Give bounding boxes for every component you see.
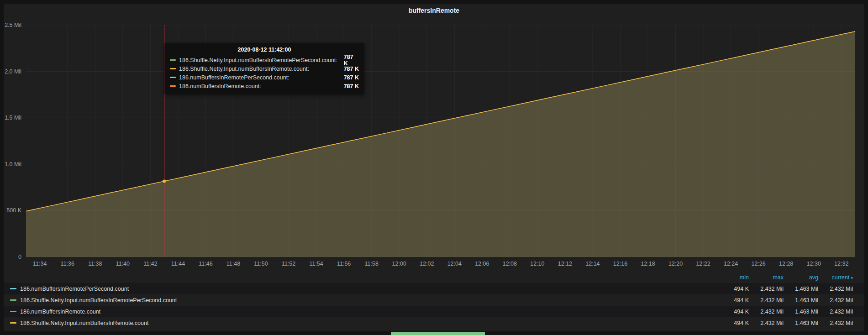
tooltip-row: 186.numBuffersInRemote.count: 787 K [170, 82, 359, 90]
series-color-dash-icon [170, 77, 176, 78]
legend-avg-value: 1.463 Mil [784, 297, 818, 304]
series-color-dash-icon [170, 85, 176, 87]
x-axis-tick-label: 11:54 [309, 261, 323, 267]
series-color-dash-icon[interactable] [10, 288, 16, 289]
x-axis-tick-label: 12:26 [751, 261, 765, 267]
legend-sort-avg[interactable]: avg [784, 274, 818, 281]
tooltip-row: 186.numBuffersInRemotePerSecond.count: 7… [170, 73, 359, 82]
hover-tooltip: 2020-08-12 11:42:00 186.Shuffle.Netty.In… [164, 43, 364, 94]
x-axis-tick-label: 12:12 [558, 261, 572, 267]
legend-avg-value: 1.463 Mil [784, 286, 818, 292]
chart-plot-area[interactable]: 0500 K1.0 Mil1.5 Mil2.0 Mil2.5 Mil11:341… [4, 17, 864, 271]
x-axis-tick-label: 12:16 [613, 261, 627, 267]
x-axis-tick-label: 12:22 [696, 261, 710, 267]
series-color-dash-icon [170, 59, 176, 61]
x-axis-tick-label: 12:00 [392, 261, 406, 267]
x-axis-tick-label: 11:36 [61, 261, 74, 267]
x-axis-tick-label: 11:38 [88, 261, 102, 267]
tooltip-series-label: 186.Shuffle.Netty.Input.numBuffersInRemo… [179, 66, 309, 72]
legend-row[interactable]: 186.numBuffersInRemote.count 494 K 2.432… [4, 306, 864, 317]
legend-sort-current[interactable]: current▾ [818, 274, 853, 281]
series-color-dash-icon [170, 68, 176, 69]
y-axis-tick-label: 2.0 Mil [5, 68, 21, 75]
x-axis-tick-label: 11:44 [171, 261, 185, 267]
x-axis-tick-label: 12:14 [585, 261, 600, 267]
y-axis-tick-label: 1.5 Mil [5, 115, 21, 121]
x-axis-tick-label: 11:34 [33, 261, 47, 267]
legend-avg-value: 1.463 Mil [784, 320, 818, 326]
y-axis-tick-label: 500 K [6, 207, 21, 214]
x-axis-tick-label: 12:04 [447, 261, 462, 267]
y-axis-tick-label: 2.5 Mil [5, 22, 21, 28]
x-axis-tick-label: 11:46 [199, 261, 212, 267]
legend-sort-min[interactable]: min [714, 274, 749, 281]
x-axis-tick-label: 11:52 [282, 261, 295, 267]
x-axis-tick-label: 12:30 [807, 261, 821, 267]
x-axis-tick-label: 12:02 [420, 261, 434, 267]
legend-series-label[interactable]: 186.numBuffersInRemotePerSecond.count [20, 286, 714, 292]
tooltip-series-label: 186.Shuffle.Netty.Input.numBuffersInRemo… [179, 57, 337, 63]
legend-min-value: 494 K [714, 286, 749, 292]
x-axis-tick-label: 11:56 [337, 261, 351, 267]
tooltip-series-value: 787 K [337, 83, 359, 89]
legend: min max avg current▾ 186.numBuffersInRem… [4, 272, 864, 329]
legend-series-label[interactable]: 186.numBuffersInRemote.count [20, 309, 714, 315]
graph-panel: buffersInRemote 0500 K1.0 Mil1.5 Mil2.0 … [4, 4, 864, 331]
x-axis-tick-label: 12:08 [503, 261, 517, 267]
legend-max-value: 2.432 Mil [749, 297, 784, 304]
x-axis-tick-label: 11:50 [254, 261, 268, 267]
legend-series-label[interactable]: 186.Shuffle.Netty.Input.numBuffersInRemo… [20, 297, 714, 304]
legend-series-label[interactable]: 186.Shuffle.Netty.Input.numBuffersInRemo… [20, 320, 714, 326]
tooltip-timestamp: 2020-08-12 11:42:00 [170, 47, 359, 53]
legend-min-value: 494 K [714, 309, 749, 315]
legend-sort-current-label: current [832, 274, 850, 281]
tooltip-series-value: 787 K [337, 74, 359, 81]
panel-title[interactable]: buffersInRemote [4, 7, 864, 14]
sort-caret-icon: ▾ [851, 276, 853, 280]
x-axis-tick-label: 12:06 [475, 261, 489, 267]
y-axis-tick-label: 0 [18, 254, 21, 260]
legend-current-value: 2.432 Mil [818, 320, 853, 326]
legend-row[interactable]: 186.Shuffle.Netty.Input.numBuffersInRemo… [4, 317, 864, 329]
legend-current-value: 2.432 Mil [818, 309, 853, 315]
x-axis-tick-label: 11:42 [143, 261, 157, 267]
tooltip-series-label: 186.numBuffersInRemote.count: [179, 83, 261, 89]
hover-point-marker [163, 179, 166, 183]
x-axis-tick-label: 12:24 [724, 261, 738, 267]
legend-avg-value: 1.463 Mil [784, 309, 818, 315]
legend-row[interactable]: 186.Shuffle.Netty.Input.numBuffersInRemo… [4, 294, 864, 306]
legend-max-value: 2.432 Mil [749, 309, 784, 315]
tooltip-row: 186.Shuffle.Netty.Input.numBuffersInRemo… [170, 56, 359, 64]
series-color-dash-icon[interactable] [10, 322, 16, 324]
legend-current-value: 2.432 Mil [818, 286, 853, 292]
x-axis-tick-label: 12:20 [668, 261, 683, 267]
tooltip-series-label: 186.numBuffersInRemotePerSecond.count: [179, 74, 289, 81]
tooltip-row: 186.Shuffle.Netty.Input.numBuffersInRemo… [170, 64, 359, 73]
x-axis-tick-label: 12:28 [779, 261, 793, 267]
series-color-dash-icon[interactable] [10, 311, 16, 312]
x-axis-tick-label: 11:40 [116, 261, 130, 267]
x-axis-tick-label: 12:18 [641, 261, 655, 267]
series-color-dash-icon[interactable] [10, 299, 16, 301]
x-axis-tick-label: 12:10 [530, 261, 544, 267]
legend-max-value: 2.432 Mil [749, 320, 784, 326]
tooltip-series-value: 787 K [337, 66, 359, 72]
adjacent-panel-top-edge [391, 332, 485, 335]
x-axis-tick-label: 12:32 [834, 261, 848, 267]
tooltip-series-value: 787 K [337, 54, 359, 67]
legend-current-value: 2.432 Mil [818, 297, 853, 304]
legend-max-value: 2.432 Mil [749, 286, 784, 292]
legend-header-row: min max avg current▾ [4, 272, 864, 283]
legend-row[interactable]: 186.numBuffersInRemotePerSecond.count 49… [4, 283, 864, 294]
x-axis-tick-label: 11:48 [226, 261, 240, 267]
legend-min-value: 494 K [714, 320, 749, 326]
legend-min-value: 494 K [714, 297, 749, 304]
legend-sort-max[interactable]: max [749, 274, 784, 281]
y-axis-tick-label: 1.0 Mil [5, 161, 21, 168]
x-axis-tick-label: 11:58 [364, 261, 378, 267]
